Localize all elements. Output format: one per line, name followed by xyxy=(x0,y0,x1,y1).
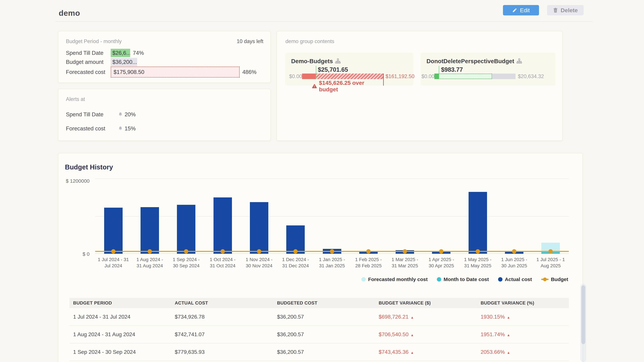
bar-actual-segment xyxy=(302,73,316,79)
actual-cost-bar[interactable] xyxy=(214,197,232,254)
x-axis-label: 1 May 2025 - 31 May 2025 xyxy=(460,256,496,269)
chart-slot xyxy=(95,178,132,254)
days-left-text: 10 days left xyxy=(237,38,263,44)
forecasted-cost-percent: 486% xyxy=(242,69,256,75)
budget-usage-bar[interactable] xyxy=(434,73,516,79)
chart-slot xyxy=(423,178,460,254)
edit-button-label: Edit xyxy=(520,7,530,13)
actual-cost-bar[interactable] xyxy=(468,192,487,254)
spend-till-date-bar[interactable]: $26,6... xyxy=(111,49,130,57)
budget-point[interactable] xyxy=(403,249,407,254)
budget-limit-line xyxy=(383,73,384,86)
x-axis-label: 1 Feb 2025 - 28 Feb 2025 xyxy=(350,256,386,269)
budget-point[interactable] xyxy=(476,249,480,254)
legend-item[interactable]: Forecasted monthly cost xyxy=(362,277,428,282)
x-axis-label: 1 Aug 2024 - 31 Aug 2024 xyxy=(132,256,168,269)
spend-till-date-label: Spend Till Date xyxy=(66,50,111,56)
chart-slot xyxy=(241,178,277,254)
up-triangle-icon: ▲ xyxy=(410,316,414,319)
budget-point[interactable] xyxy=(548,249,553,254)
forecasted-cost-label: Forecasted cost xyxy=(66,69,111,75)
alert-forecast-value: 15% xyxy=(124,125,136,132)
cell-period: 1 Sep 2024 - 30 Sep 2024 xyxy=(70,349,171,355)
budget-point[interactable] xyxy=(220,249,225,254)
up-triangle-icon: ▲ xyxy=(410,351,414,355)
budget-amount-row: Budget amount $36,200.... xyxy=(66,58,137,66)
legend-label: Budget xyxy=(551,277,568,282)
budget-point[interactable] xyxy=(148,249,152,254)
x-axis-label: 1 Nov 2024 - 30 Nov 2024 xyxy=(241,256,277,269)
x-axis-labels: 1 Jul 2024 - 31 Jul 20241 Aug 2024 - 31 … xyxy=(95,256,569,269)
scrollbar-thumb[interactable] xyxy=(581,285,585,344)
chart-slot xyxy=(314,178,350,254)
tile-name: Demo-Budgets xyxy=(291,58,333,64)
budget-period-card: Budget Period - monthly 10 days left Spe… xyxy=(58,31,271,83)
cell-period: 1 Aug 2024 - 31 Aug 2024 xyxy=(70,331,171,338)
x-axis-label: 1 Dec 2024 - 31 Dec 2024 xyxy=(278,256,314,269)
col-actual-cost: ACTUAL COST xyxy=(171,301,273,306)
actual-cost-bar[interactable] xyxy=(177,205,196,254)
cell-actual: $779,635.93 xyxy=(171,349,273,355)
tile-name: DonotDeletePerspectiveBudget xyxy=(426,58,514,64)
cell-variance-usd: $706,540.50▲ xyxy=(375,331,477,338)
budget-point[interactable] xyxy=(512,249,516,254)
cell-budgeted: $36,200.57 xyxy=(273,331,375,338)
budget-point[interactable] xyxy=(111,249,116,254)
budget-tile-donotdelete[interactable]: DonotDeletePerspectiveBudget $983.77 $0.… xyxy=(420,53,556,85)
edit-button[interactable]: Edit xyxy=(503,5,539,15)
forecasted-cost-bar[interactable]: $175,908.50 xyxy=(111,66,240,78)
delete-button[interactable]: Delete xyxy=(547,5,584,15)
chart-slot xyxy=(204,178,241,254)
budget-point[interactable] xyxy=(184,249,188,254)
x-axis-label: 1 Mar 2025 - 31 Mar 2025 xyxy=(387,256,423,269)
actual-cost-bar[interactable] xyxy=(250,202,268,254)
budget-usage-bar[interactable] xyxy=(302,73,383,79)
over-budget-row: $145,626.25 over budget xyxy=(312,80,382,93)
up-triangle-icon: ▲ xyxy=(507,316,510,319)
table-row: 1 Sep 2024 - 30 Sep 2024 $779,635.93 $36… xyxy=(70,344,569,361)
cell-budgeted: $36,200.57 xyxy=(273,349,375,355)
budget-point[interactable] xyxy=(257,249,261,254)
legend-dot-icon xyxy=(437,277,441,282)
alerts-card: Alerts at Spend Till Date 20% Forecasted… xyxy=(58,89,271,141)
bell-icon xyxy=(118,112,122,117)
col-budget-variance-usd: BUDGET VARIANCE ($) xyxy=(375,301,477,306)
legend-item[interactable]: Budget xyxy=(541,277,568,282)
up-triangle-icon: ▲ xyxy=(410,333,414,337)
x-axis-label: 1 Apr 2025 - 30 Apr 2025 xyxy=(423,256,460,269)
cell-variance-pct: 1930.15%▲ xyxy=(477,314,569,320)
budget-point[interactable] xyxy=(293,249,298,254)
budget-amount-label: Budget amount xyxy=(66,59,111,65)
x-axis-label: 1 Sep 2024 - 30 Sep 2024 xyxy=(168,256,204,269)
budget-tile-demo-budgets[interactable]: Demo-Budgets $25,701.65 $0.00 $161,192.5… xyxy=(285,53,414,85)
budget-detail-page: demo Edit Delete Budget Period - monthly… xyxy=(0,0,644,362)
bar-actual-segment xyxy=(434,73,439,79)
legend-dot-icon xyxy=(498,277,502,282)
header-actions: Edit Delete xyxy=(503,5,584,15)
x-axis-label: 1 Jul 2024 - 31 Jul 2024 xyxy=(95,256,132,269)
bar-max-label: $161,192.50 xyxy=(386,73,414,79)
actual-cost-bar[interactable] xyxy=(140,207,159,254)
table-header-row: BUDGET PERIOD ACTUAL COST BUDGETED COST … xyxy=(70,298,569,308)
budget-point[interactable] xyxy=(330,249,334,254)
scrollbar-track[interactable] xyxy=(580,284,586,362)
chart-slot xyxy=(387,178,423,254)
chart-slot xyxy=(132,178,168,254)
actual-cost-bar[interactable] xyxy=(104,208,122,254)
legend-item[interactable]: Actual cost xyxy=(498,277,532,282)
cell-variance-pct: 2053.66%▲ xyxy=(477,349,569,355)
budget-point[interactable] xyxy=(439,249,444,254)
cell-budgeted: $36,200.57 xyxy=(273,314,375,320)
up-triangle-icon: ▲ xyxy=(507,333,510,337)
chart-slot xyxy=(168,178,204,254)
chart-plot-area xyxy=(95,178,569,254)
legend-label: Forecasted monthly cost xyxy=(368,277,428,282)
tile-current-value: $25,701.65 xyxy=(318,66,348,73)
legend-item[interactable]: Month to Date cost xyxy=(437,277,489,282)
budget-amount-bar[interactable]: $36,200.... xyxy=(111,58,137,66)
budget-history-table: BUDGET PERIOD ACTUAL COST BUDGETED COST … xyxy=(70,298,569,361)
chart-slot xyxy=(496,178,532,254)
spend-marker-line xyxy=(316,66,316,79)
x-axis-label: 1 Oct 2024 - 31 Oct 2024 xyxy=(204,256,241,269)
budget-point[interactable] xyxy=(366,249,371,254)
